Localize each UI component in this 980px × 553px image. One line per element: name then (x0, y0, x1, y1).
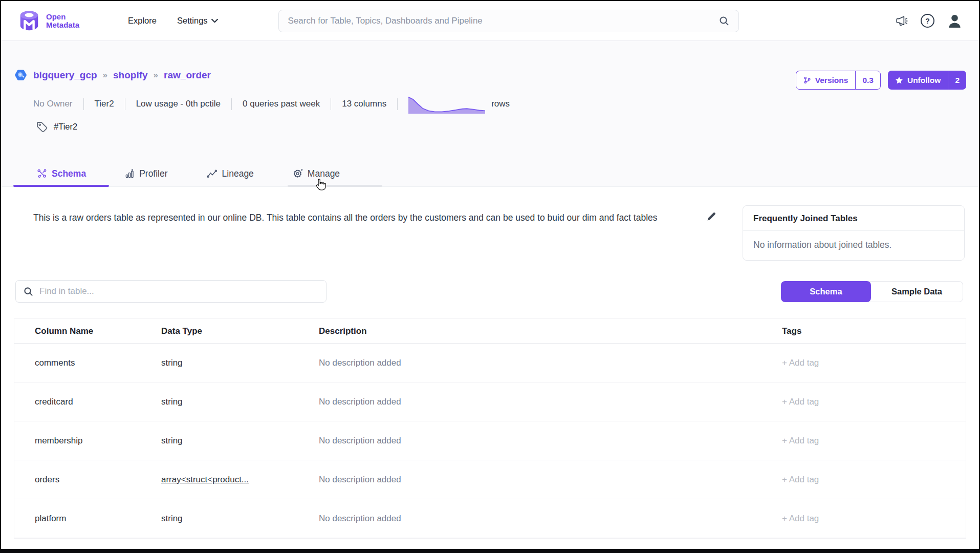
breadcrumb-separator: » (103, 70, 107, 80)
column-type: string (141, 436, 298, 446)
followers-count: 2 (948, 71, 966, 90)
table-row: platform string No description added + A… (14, 499, 966, 538)
queries-stat: 0 queries past week (243, 99, 320, 109)
tag-row: #Tier2 (36, 121, 77, 133)
find-in-table-input[interactable] (39, 286, 318, 296)
global-search-box[interactable] (278, 10, 739, 32)
add-tag-button[interactable]: + Add tag (769, 475, 966, 485)
table-meta-stats: No Owner Tier2 Low usage - 0th pctile 0 … (33, 94, 510, 114)
schema-icon (37, 168, 47, 179)
column-type: string (141, 397, 298, 407)
breadcrumb-table[interactable]: raw_order (164, 70, 211, 81)
nav-settings[interactable]: Settings (177, 16, 218, 26)
edit-description-button[interactable] (706, 211, 716, 222)
search-icon[interactable] (719, 16, 729, 26)
branch-icon (803, 76, 811, 84)
tier-stat: Tier2 (95, 99, 114, 109)
schema-tab-content: This is a raw orders table as represente… (1, 187, 979, 549)
star-icon (895, 76, 903, 84)
breadcrumb: bigquery_gcp » shopify » raw_order (14, 68, 211, 82)
column-name: platform (14, 514, 141, 524)
tab-profiler[interactable]: Profiler (125, 168, 167, 179)
add-tag-button[interactable]: + Add tag (769, 397, 966, 407)
search-icon (24, 287, 33, 296)
column-name: orders (14, 475, 141, 485)
table-row: membership string No description added +… (14, 421, 966, 460)
gear-icon (293, 168, 303, 179)
breadcrumb-service[interactable]: bigquery_gcp (33, 70, 97, 81)
joined-tables-empty-message: No information about joined tables. (743, 231, 964, 260)
unfollow-label: Unfollow (907, 76, 941, 85)
tab-lineage[interactable]: Lineage (207, 168, 254, 179)
column-description[interactable]: No description added (298, 397, 769, 407)
column-name: creditcard (14, 397, 141, 407)
entity-tabs: Schema Profiler Lineage (1, 161, 979, 187)
rows-stat-label: rows (491, 99, 510, 109)
announcement-icon[interactable] (895, 14, 908, 28)
profiler-icon (125, 169, 135, 179)
breadcrumb-separator: » (154, 70, 158, 80)
table-row: orders array<struct<product... No descri… (14, 460, 966, 499)
column-name: membership (14, 436, 141, 446)
breadcrumb-database[interactable]: shopify (113, 70, 148, 81)
nav-explore[interactable]: Explore (128, 16, 157, 26)
table-description: This is a raw orders table as represente… (33, 209, 699, 226)
add-tag-button[interactable]: + Add tag (769, 514, 966, 524)
header-column-name: Column Name (14, 326, 141, 336)
tab-manage[interactable]: Manage (293, 168, 340, 179)
top-navbar: Open Metadata Explore Settings (1, 1, 979, 41)
unfollow-button[interactable]: Unfollow 2 (888, 71, 966, 90)
lineage-icon (207, 169, 217, 178)
table-row: comments string No description added + A… (14, 344, 966, 382)
usage-stat: Low usage - 0th pctile (136, 99, 221, 109)
table-row: creditcard string No description added +… (14, 382, 966, 421)
columns-stat: 13 columns (342, 99, 386, 109)
logo-wordmark: Open Metadata (46, 13, 79, 29)
openmetadata-logo[interactable]: Open Metadata (17, 9, 103, 33)
header-description: Description (298, 326, 769, 336)
frequently-joined-tables-card: Frequently Joined Tables No information … (743, 205, 965, 261)
find-in-table-box[interactable] (15, 280, 326, 303)
column-description[interactable]: No description added (298, 358, 769, 368)
versions-button[interactable]: Versions 0.3 (796, 71, 881, 90)
bigquery-icon (14, 68, 28, 82)
add-tag-button[interactable]: + Add tag (769, 436, 966, 446)
schema-sample-toggle: Schema Sample Data (781, 281, 963, 302)
app-window: Open Metadata Explore Settings (1, 1, 979, 549)
pencil-icon (706, 211, 716, 222)
column-name: comments (14, 358, 141, 368)
column-type: string (141, 358, 298, 368)
tab-schema[interactable]: Schema (37, 168, 86, 179)
tier-tag[interactable]: #Tier2 (54, 122, 77, 132)
user-avatar[interactable] (947, 13, 963, 29)
schema-columns-table: Column Name Data Type Description Tags c… (14, 318, 966, 539)
column-description[interactable]: No description added (298, 475, 769, 485)
column-description[interactable]: No description added (298, 514, 769, 524)
toggle-schema-button[interactable]: Schema (781, 281, 871, 302)
versions-label: Versions (815, 76, 848, 85)
column-description[interactable]: No description added (298, 436, 769, 446)
mouse-cursor-icon (315, 178, 326, 191)
openmetadata-logo-icon (17, 9, 41, 33)
global-search-input[interactable] (288, 16, 719, 26)
version-number: 0.3 (856, 71, 880, 89)
joined-tables-title: Frequently Joined Tables (743, 206, 964, 231)
table-header-row: Column Name Data Type Description Tags (14, 319, 966, 344)
header-data-type: Data Type (141, 326, 298, 336)
header-tags: Tags (769, 326, 966, 336)
tag-icon (36, 121, 48, 133)
add-tag-button[interactable]: + Add tag (769, 358, 966, 368)
chevron-down-icon (211, 18, 218, 23)
rows-sparkline (408, 95, 485, 114)
column-type: string (141, 514, 298, 524)
help-icon[interactable]: ? (921, 14, 934, 28)
toggle-sample-data-button[interactable]: Sample Data (867, 281, 963, 302)
column-type-link[interactable]: array<struct<product... (141, 475, 298, 485)
owner-stat: No Owner (33, 99, 73, 109)
